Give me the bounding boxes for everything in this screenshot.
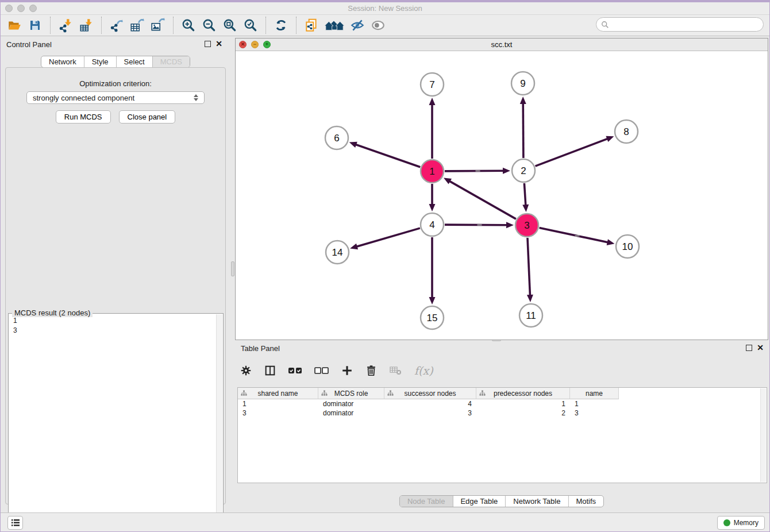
graph-edge-3-1[interactable] bbox=[449, 181, 516, 219]
table-cell[interactable]: 2 bbox=[476, 408, 570, 418]
import-network-button[interactable] bbox=[55, 16, 76, 34]
node-label: 8 bbox=[623, 126, 629, 137]
close-panel-icon[interactable]: ✕ bbox=[757, 345, 764, 351]
zoom-fit-button[interactable] bbox=[220, 16, 240, 34]
first-neighbors-button[interactable] bbox=[322, 16, 347, 34]
table-cell[interactable]: dominator bbox=[318, 399, 384, 408]
delete-column-button[interactable] bbox=[365, 364, 378, 377]
hide-graphics-details-button[interactable] bbox=[347, 16, 368, 34]
search-field[interactable] bbox=[596, 17, 764, 32]
column-header[interactable]: predecessor nodes bbox=[476, 388, 570, 399]
search-input[interactable] bbox=[612, 20, 759, 29]
import-network-icon bbox=[58, 18, 73, 33]
arrowhead-icon bbox=[606, 136, 614, 142]
deselect-all-button[interactable] bbox=[314, 365, 329, 376]
export-table-button[interactable] bbox=[127, 16, 148, 34]
clone-network-button[interactable] bbox=[301, 16, 322, 34]
export-table-icon bbox=[129, 18, 145, 33]
column-header[interactable]: name bbox=[570, 388, 619, 399]
network-frame-titlebar[interactable]: ✕ − + scc.txt bbox=[236, 38, 768, 51]
vertical-splitter-handle[interactable] bbox=[231, 261, 234, 276]
graph-edge-3-11[interactable] bbox=[528, 238, 530, 296]
arrowhead-icon bbox=[503, 168, 510, 174]
zoom-out-button[interactable] bbox=[199, 16, 220, 34]
table-cell[interactable]: 1 bbox=[476, 399, 570, 408]
graph-edge-2-3[interactable] bbox=[524, 183, 525, 206]
refresh-button[interactable] bbox=[271, 16, 291, 34]
float-panel-icon[interactable] bbox=[205, 41, 211, 47]
graph-node-3[interactable]: 3 bbox=[515, 214, 538, 237]
tab-mcds[interactable]: MCDS bbox=[153, 56, 190, 67]
table-cell[interactable]: 4 bbox=[384, 399, 476, 408]
tab-motifs[interactable]: Motifs bbox=[568, 496, 603, 507]
graph-node-14[interactable]: 14 bbox=[326, 241, 349, 264]
graph-edge-4-3[interactable] bbox=[445, 225, 507, 225]
main-titlebar[interactable]: Session: New Session bbox=[1, 2, 769, 15]
graph-node-1[interactable]: 1 bbox=[421, 160, 444, 183]
table-row[interactable]: 3dominator323 bbox=[238, 408, 767, 418]
graph-node-9[interactable]: 9 bbox=[511, 72, 534, 95]
node-label: 3 bbox=[524, 220, 529, 231]
graph-node-10[interactable]: 10 bbox=[616, 235, 639, 258]
open-session-button[interactable] bbox=[4, 16, 25, 34]
close-panel-button[interactable]: Close panel bbox=[119, 110, 176, 124]
graph-edge-2-9[interactable] bbox=[523, 103, 523, 158]
tab-style[interactable]: Style bbox=[84, 56, 117, 67]
graph-edge-3-10[interactable] bbox=[540, 228, 609, 242]
table-cell[interactable]: 1 bbox=[570, 399, 619, 408]
tab-edge-table[interactable]: Edge Table bbox=[453, 496, 506, 507]
float-panel-icon[interactable] bbox=[746, 345, 752, 351]
table-cell[interactable]: 3 bbox=[238, 408, 318, 418]
graph-node-15[interactable]: 15 bbox=[421, 306, 444, 329]
zoom-selected-button[interactable] bbox=[240, 16, 261, 34]
close-panel-icon[interactable]: ✕ bbox=[215, 41, 222, 47]
tab-network[interactable]: Network bbox=[41, 56, 84, 67]
table-options-button[interactable] bbox=[240, 364, 252, 377]
graph-node-4[interactable]: 4 bbox=[421, 213, 444, 236]
tab-select[interactable]: Select bbox=[117, 56, 153, 67]
graph-node-6[interactable]: 6 bbox=[325, 126, 348, 149]
function-builder-button[interactable]: f(x) bbox=[414, 364, 433, 377]
show-panels-button[interactable] bbox=[7, 516, 23, 530]
memory-button[interactable]: Memory bbox=[717, 516, 765, 530]
show-columns-button[interactable] bbox=[264, 364, 276, 377]
table-cell[interactable]: 3 bbox=[570, 408, 619, 418]
column-header[interactable]: successor nodes bbox=[384, 388, 476, 399]
mcds-result-text[interactable]: 1 3 bbox=[10, 316, 215, 529]
table-cell[interactable]: dominator bbox=[318, 408, 384, 418]
add-column-button[interactable] bbox=[341, 364, 353, 377]
criterion-select[interactable]: strongly connected component bbox=[26, 91, 205, 104]
graph-edge-4-14[interactable] bbox=[356, 228, 420, 246]
export-network-button[interactable] bbox=[106, 16, 127, 34]
graph-node-7[interactable]: 7 bbox=[421, 73, 444, 96]
graph-node-8[interactable]: 8 bbox=[615, 120, 638, 143]
node-label: 10 bbox=[622, 241, 633, 252]
control-panel: Control Panel ✕ Network Style Select MCD… bbox=[1, 38, 230, 509]
show-hide-graphics-button[interactable] bbox=[368, 16, 388, 34]
import-table-button[interactable] bbox=[76, 16, 97, 34]
select-all-button[interactable] bbox=[288, 365, 303, 376]
graph-edge-1-2[interactable] bbox=[445, 171, 504, 171]
column-header[interactable]: shared name bbox=[238, 388, 318, 399]
tab-node-table[interactable]: Node Table bbox=[400, 496, 453, 507]
graph-edge-1-6[interactable] bbox=[355, 144, 420, 167]
table-cell[interactable]: 1 bbox=[238, 399, 318, 408]
toolbar-separator bbox=[173, 17, 174, 34]
graph-node-2[interactable]: 2 bbox=[512, 159, 535, 182]
optimization-criterion-label: Optimization criterion: bbox=[6, 79, 225, 88]
delete-table-button[interactable] bbox=[389, 365, 403, 376]
graph-node-11[interactable]: 11 bbox=[519, 304, 542, 327]
table-scrollbar[interactable] bbox=[760, 388, 766, 482]
graph-edge-2-8[interactable] bbox=[536, 138, 609, 166]
save-session-button[interactable] bbox=[25, 16, 45, 34]
zoom-in-button[interactable] bbox=[178, 16, 199, 34]
tab-network-table[interactable]: Network Table bbox=[506, 496, 568, 507]
network-canvas[interactable]: 7968124314101511 bbox=[236, 51, 768, 340]
result-scrollbar[interactable] bbox=[216, 314, 222, 530]
table-row[interactable]: 1dominator411 bbox=[238, 399, 767, 408]
run-mcds-button[interactable]: Run MCDS bbox=[56, 110, 111, 124]
export-image-button[interactable] bbox=[148, 16, 168, 34]
column-header[interactable]: MCDS role bbox=[318, 388, 384, 399]
table-cell[interactable]: 3 bbox=[384, 408, 476, 418]
list-icon bbox=[11, 519, 20, 527]
